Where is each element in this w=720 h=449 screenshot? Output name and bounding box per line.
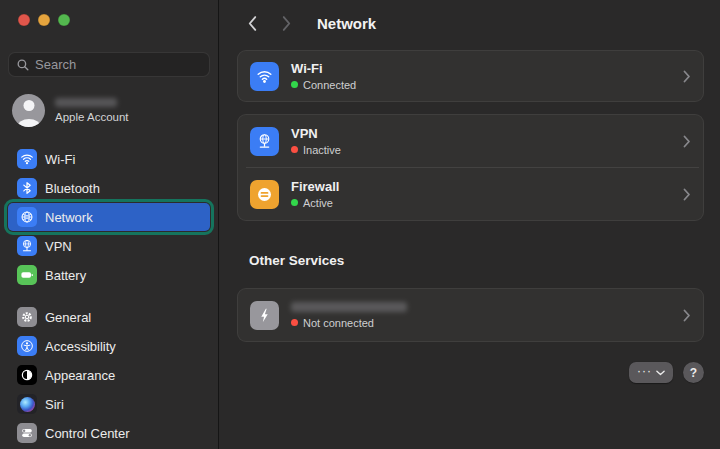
nav-group-gap — [8, 290, 210, 303]
sidebar-item-accessibility[interactable]: Accessibility — [8, 332, 210, 360]
chevron-right-icon — [683, 135, 691, 148]
sidebar-item-label: Bluetooth — [45, 181, 100, 196]
avatar — [12, 94, 45, 127]
wifi-icon — [250, 62, 279, 91]
search-input[interactable]: Search — [8, 52, 210, 77]
control-center-icon — [17, 423, 37, 443]
sidebar-item-label: Siri — [45, 397, 64, 412]
sidebar-item-label: General — [45, 310, 91, 325]
sidebar-item-label: Appearance — [45, 368, 115, 383]
chevron-right-icon — [683, 309, 691, 322]
sidebar-item-bluetooth[interactable]: Bluetooth — [8, 174, 210, 202]
sidebar-item-siri[interactable]: Siri — [8, 390, 210, 418]
other-services-card: Not connected — [237, 288, 704, 342]
sidebar-item-label: Control Center — [45, 426, 130, 441]
firewall-icon — [250, 180, 279, 209]
sidebar: Search Apple Account Wi-Fi Bluetooth — [0, 0, 219, 449]
thunderbolt-service-row[interactable]: Not connected — [238, 289, 703, 341]
vpn-row[interactable]: VPN Inactive — [238, 115, 703, 167]
sidebar-item-label: Network — [45, 210, 93, 225]
sidebar-item-control-center[interactable]: Control Center — [8, 419, 210, 447]
wifi-icon — [17, 149, 37, 169]
battery-icon — [17, 265, 37, 285]
chevron-right-icon — [683, 188, 691, 201]
ellipsis-icon: ··· — [637, 366, 652, 379]
page-title: Network — [317, 15, 376, 32]
apple-account-item[interactable]: Apple Account — [12, 94, 210, 127]
bluetooth-icon — [17, 178, 37, 198]
status-text: Inactive — [303, 144, 341, 156]
siri-icon — [17, 394, 37, 414]
forward-button[interactable] — [279, 13, 293, 33]
pane-footer: ··· ? — [237, 362, 704, 383]
sidebar-item-battery[interactable]: Battery — [8, 261, 210, 289]
zoom-button[interactable] — [58, 14, 70, 26]
row-title: VPN — [291, 127, 671, 141]
accessibility-icon — [17, 336, 37, 356]
status-dot — [291, 81, 298, 88]
system-settings-window: Search Apple Account Wi-Fi Bluetooth — [0, 0, 720, 449]
sidebar-item-general[interactable]: General — [8, 303, 210, 331]
status-text: Active — [303, 197, 333, 209]
vpn-globe-icon — [17, 236, 37, 256]
minimize-button[interactable] — [38, 14, 50, 26]
status-text: Not connected — [303, 317, 374, 329]
account-name-redacted — [55, 98, 117, 107]
sidebar-item-label: Battery — [45, 268, 86, 283]
back-button[interactable] — [245, 13, 259, 33]
pane-header: Network — [237, 0, 704, 46]
traffic-lights — [0, 0, 218, 26]
gear-icon — [17, 307, 37, 327]
sidebar-item-label: Wi-Fi — [45, 152, 75, 167]
chevron-down-icon — [656, 370, 665, 376]
sidebar-item-appearance[interactable]: Appearance — [8, 361, 210, 389]
question-mark: ? — [690, 366, 697, 380]
globe-icon — [17, 207, 37, 227]
service-name-redacted — [291, 302, 407, 312]
vpn-globe-icon — [250, 127, 279, 156]
row-title: Firewall — [291, 180, 671, 194]
sidebar-nav: Wi-Fi Bluetooth Network VPN — [0, 145, 218, 448]
status-dot — [291, 146, 298, 153]
more-options-button[interactable]: ··· — [629, 362, 673, 383]
sidebar-item-label: VPN — [45, 239, 72, 254]
sidebar-item-vpn[interactable]: VPN — [8, 232, 210, 260]
search-icon — [16, 58, 30, 72]
status-text: Connected — [303, 79, 356, 91]
account-label: Apple Account — [55, 111, 129, 123]
sidebar-item-network[interactable]: Network — [8, 203, 210, 231]
sidebar-item-wifi[interactable]: Wi-Fi — [8, 145, 210, 173]
wifi-card: Wi-Fi Connected — [237, 50, 704, 102]
row-title: Wi-Fi — [291, 62, 671, 76]
search-placeholder: Search — [35, 57, 76, 72]
status-dot — [291, 199, 298, 206]
wifi-row[interactable]: Wi-Fi Connected — [238, 51, 703, 101]
close-button[interactable] — [18, 14, 30, 26]
firewall-row[interactable]: Firewall Active — [238, 168, 703, 220]
help-button[interactable]: ? — [683, 362, 704, 383]
status-dot — [291, 319, 298, 326]
other-services-heading: Other Services — [249, 253, 704, 268]
thunderbolt-icon — [250, 301, 279, 330]
services-card: VPN Inactive Firewall — [237, 114, 704, 221]
sidebar-item-label: Accessibility — [45, 339, 116, 354]
network-pane: Network Wi-Fi Connected — [219, 0, 720, 449]
chevron-right-icon — [683, 70, 691, 83]
appearance-icon — [17, 365, 37, 385]
